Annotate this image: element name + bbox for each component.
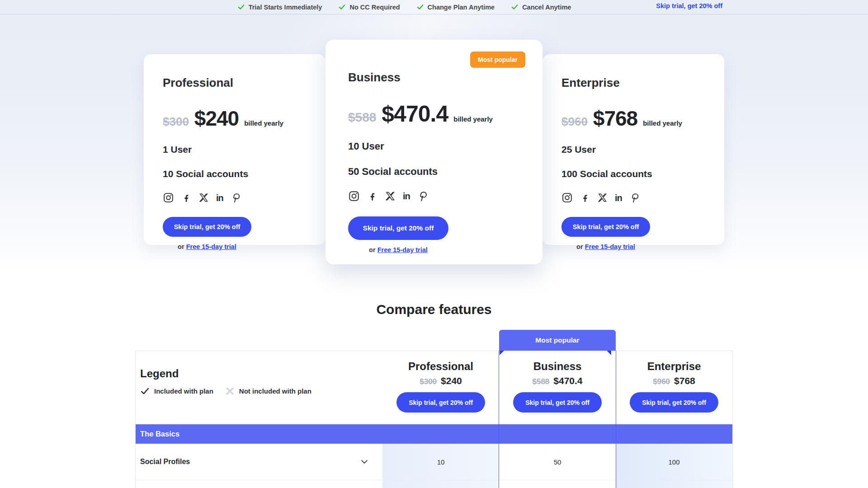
column-header-professional: Professional $300 $240 Skip trial, get 2… xyxy=(382,351,499,424)
free-trial-link[interactable]: Free 15-day trial xyxy=(585,243,635,250)
plan-name: Enterprise xyxy=(561,76,709,90)
column-price: $470.4 xyxy=(553,375,582,386)
value-cell: 50 xyxy=(499,444,616,480)
skip-trial-button[interactable]: Skip trial, get 20% off xyxy=(163,217,251,237)
benefit-label: No CC Required xyxy=(349,4,400,11)
plan-users: 1 User xyxy=(163,144,310,155)
legend-included-label: Included with plan xyxy=(154,387,213,395)
tab-fold-left xyxy=(500,351,504,355)
billing-period: billed yearly xyxy=(453,115,493,123)
pinterest-icon xyxy=(417,190,429,202)
legend: Legend Included with plan Not included w… xyxy=(136,351,382,424)
skip-trial-button[interactable]: Skip trial, get 20% off xyxy=(396,392,485,413)
plan-accounts: 10 Social accounts xyxy=(163,169,310,179)
compare-features-title: Compare features xyxy=(0,302,868,317)
billing-period: billed yearly xyxy=(244,119,283,127)
old-price: $300 xyxy=(163,115,189,129)
benefit-label: Cancel Anytime xyxy=(522,4,571,11)
value-cell: 100 xyxy=(616,444,732,480)
benefit-label: Trial Starts Immediately xyxy=(249,4,322,11)
or-label: or xyxy=(178,243,184,250)
skip-trial-button[interactable]: Skip trial, get 20% off xyxy=(630,392,718,413)
price: $470.4 xyxy=(382,101,448,127)
feature-row-monthly-posting-limit[interactable]: Monthly Posting Limit xyxy=(136,480,382,488)
free-trial-link[interactable]: Free 15-day trial xyxy=(377,246,428,253)
plan-card-business: Most popular Business $588 $470.4 billed… xyxy=(326,40,542,264)
benefit-item: Cancel Anytime xyxy=(511,3,571,11)
plan-users: 25 User xyxy=(561,144,709,155)
price: $768 xyxy=(593,106,637,131)
social-icons-row: in xyxy=(163,192,310,203)
pinterest-icon xyxy=(629,192,641,203)
value-cell: Unlimited xyxy=(499,480,616,488)
benefit-item: No CC Required xyxy=(338,3,400,11)
old-price: $960 xyxy=(561,115,588,129)
instagram-icon xyxy=(348,190,360,202)
price: $240 xyxy=(194,106,239,131)
plan-cards: Professional $300 $240 billed yearly 1 U… xyxy=(144,40,724,264)
plan-card-professional: Professional $300 $240 billed yearly 1 U… xyxy=(144,54,326,245)
skip-trial-button[interactable]: Skip trial, get 20% off xyxy=(561,217,650,237)
billing-period: billed yearly xyxy=(643,119,682,127)
value-cell: Unlimited xyxy=(382,480,499,488)
old-price: $588 xyxy=(348,110,376,125)
plan-accounts: 100 Social accounts xyxy=(561,169,709,179)
linkedin-icon: in xyxy=(403,192,410,201)
column-name: Enterprise xyxy=(647,360,701,373)
column-name: Business xyxy=(533,360,582,373)
x-icon xyxy=(597,192,608,203)
check-icon xyxy=(338,3,346,11)
plan-name: Professional xyxy=(163,76,310,90)
benefit-list: Trial Starts Immediately No CC Required … xyxy=(237,3,571,11)
tab-fold-right xyxy=(607,351,611,355)
column-old-price: $588 xyxy=(532,377,549,386)
check-icon xyxy=(511,3,519,11)
skip-trial-button[interactable]: Skip trial, get 20% off xyxy=(348,216,448,240)
plan-card-enterprise: Enterprise $960 $768 billed yearly 25 Us… xyxy=(542,54,724,245)
value-cell: Unlimited xyxy=(616,480,732,488)
legend-not-included: Not included with plan xyxy=(225,386,311,396)
column-price: $768 xyxy=(674,375,695,386)
legend-not-included-label: Not included with plan xyxy=(239,387,311,395)
instagram-icon xyxy=(163,192,174,203)
chevron-down-icon[interactable] xyxy=(360,457,369,466)
plan-name: Business xyxy=(348,70,522,84)
facebook-icon xyxy=(181,193,191,203)
check-icon xyxy=(140,386,150,396)
x-icon xyxy=(385,191,396,202)
cross-icon xyxy=(225,386,235,396)
column-name: Professional xyxy=(408,360,473,373)
free-trial-link[interactable]: Free 15-day trial xyxy=(186,243,236,250)
value-cell: 10 xyxy=(382,444,499,480)
column-old-price: $960 xyxy=(653,377,670,386)
facebook-icon xyxy=(367,191,377,202)
column-price: $240 xyxy=(441,375,462,386)
feature-label: Social Profiles xyxy=(140,458,190,466)
legend-included: Included with plan xyxy=(140,386,213,396)
instagram-icon xyxy=(561,192,573,203)
skip-trial-header-link[interactable]: Skip trial, get 20% off xyxy=(656,2,722,9)
benefit-item: Trial Starts Immediately xyxy=(237,3,322,11)
social-icons-row: in xyxy=(561,192,709,203)
pinterest-icon xyxy=(231,192,242,203)
social-icons-row: in xyxy=(348,190,522,202)
column-old-price: $300 xyxy=(420,377,437,386)
legend-title: Legend xyxy=(140,367,179,380)
facebook-icon xyxy=(580,193,590,203)
x-icon xyxy=(198,192,209,203)
linkedin-icon: in xyxy=(216,193,223,202)
linkedin-icon: in xyxy=(615,193,622,202)
top-benefits-bar: Trial Starts Immediately No CC Required … xyxy=(0,0,868,14)
most-popular-badge: Most popular xyxy=(470,52,525,68)
feature-row-social-profiles[interactable]: Social Profiles xyxy=(136,444,382,480)
section-header-the-basics: The Basics xyxy=(136,424,732,444)
skip-trial-button[interactable]: Skip trial, get 20% off xyxy=(513,392,602,413)
or-label: or xyxy=(369,246,376,253)
benefit-item: Change Plan Anytime xyxy=(416,3,495,11)
compare-table: Most popular Legend Included with plan N… xyxy=(135,351,733,488)
most-popular-tab: Most popular xyxy=(499,330,616,351)
benefit-label: Change Plan Anytime xyxy=(428,4,495,11)
plan-users: 10 User xyxy=(348,141,522,152)
check-icon xyxy=(237,3,245,11)
hero-section: Trial Starts Immediately No CC Required … xyxy=(0,0,868,273)
